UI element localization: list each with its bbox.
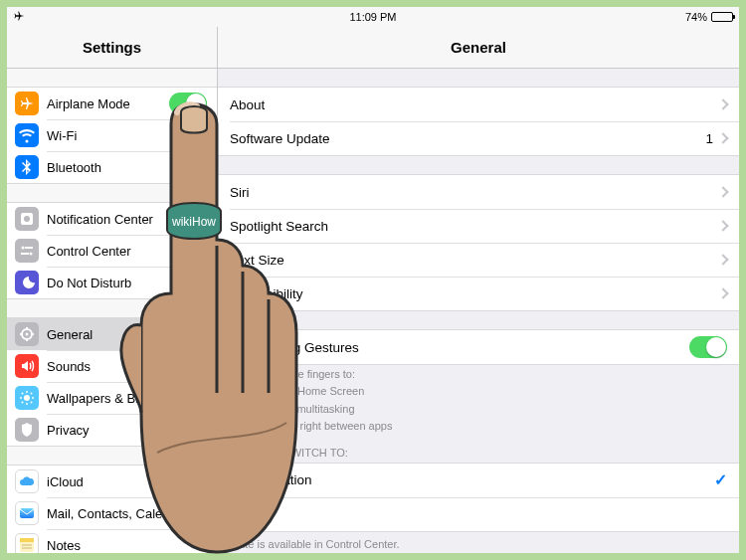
airplane-icon	[15, 92, 39, 115]
detail-row-text-size[interactable]: Text Size	[218, 243, 739, 277]
section-desc: • Swipe up to multitasking	[218, 400, 739, 417]
svg-point-7	[26, 333, 29, 336]
detail-row-label: Spotlight Search	[230, 219, 713, 234]
svg-point-16	[32, 397, 34, 399]
svg-point-17	[22, 393, 24, 395]
detail-row-label: Multitasking Gestures	[230, 340, 689, 355]
settings-sidebar: Settings Airplane ModeWi-FiBluetoothNoti…	[7, 27, 218, 553]
sidebar-item-icloud[interactable]: iCloud	[7, 466, 217, 497]
mail-icon	[15, 501, 39, 525]
detail-row-label: Software Update	[230, 131, 705, 146]
svg-point-12	[24, 395, 30, 401]
detail-list[interactable]: AboutSoftware Update1SiriSpotlight Searc…	[218, 69, 739, 553]
section-footer: Mute is available in Control Center.	[218, 532, 739, 550]
svg-point-18	[31, 402, 33, 404]
toggle-multitasking-gestures[interactable]	[689, 336, 727, 358]
detail-pane: General AboutSoftware Update1SiriSpotlig…	[218, 27, 739, 553]
sidebar-item-bluetooth[interactable]: Bluetooth	[7, 151, 217, 183]
svg-rect-21	[20, 508, 34, 518]
sidebar-item-general[interactable]: General1	[7, 318, 217, 350]
sidebar-item-label: Wi-Fi	[47, 128, 207, 143]
svg-rect-3	[25, 247, 33, 249]
badge: 1	[705, 131, 713, 146]
section-desc: • Swipe left or right between apps	[218, 417, 739, 434]
sidebar-item-do-not-disturb[interactable]: Do Not Disturb	[7, 267, 217, 298]
chevron-right-icon	[717, 254, 728, 265]
sidebar-item-airplane-mode[interactable]: Airplane Mode	[7, 88, 217, 119]
sidebar-item-wi-fi[interactable]: Wi-Fi	[7, 119, 217, 151]
section-desc: Use four or five fingers to:	[218, 365, 739, 382]
detail-row-multitasking-gestures[interactable]: Multitasking Gestures	[218, 330, 739, 364]
svg-rect-23	[20, 538, 34, 542]
sidebar-item-label: Mail, Contacts, Calendars	[47, 506, 207, 521]
svg-point-15	[20, 397, 22, 399]
sidebar-item-label: General	[47, 327, 184, 342]
dnd-icon	[15, 271, 39, 294]
detail-row-label: About	[230, 97, 713, 112]
chevron-right-icon	[717, 287, 728, 298]
detail-row-mute[interactable]: Mute	[218, 497, 739, 531]
sidebar-item-label: Notes	[47, 538, 207, 553]
detail-row-accessibility[interactable]: Accessibility	[218, 277, 739, 310]
detail-row-label: Mute	[230, 506, 727, 521]
bluetooth-icon	[15, 155, 39, 179]
sidebar-title: Settings	[7, 27, 217, 69]
sidebar-item-control-center[interactable]: Control Center	[7, 235, 217, 267]
detail-row-label: Text Size	[230, 253, 713, 268]
chevron-right-icon	[717, 132, 728, 143]
wifi-icon	[15, 123, 39, 147]
sidebar-item-wallpapers-brightness[interactable]: Wallpapers & Brightness	[7, 382, 217, 414]
control-icon	[15, 239, 39, 263]
sidebar-item-notes[interactable]: Notes	[7, 529, 217, 553]
detail-row-label: Accessibility	[230, 286, 713, 301]
sounds-icon	[15, 354, 39, 378]
wallpaper-icon	[15, 386, 39, 410]
section-desc: • Pinch to the Home Screen	[218, 382, 739, 399]
detail-row-siri[interactable]: Siri	[218, 175, 739, 209]
battery-icon	[711, 12, 733, 22]
privacy-icon	[15, 418, 39, 442]
svg-point-1	[24, 216, 30, 222]
toggle-airplane-mode[interactable]	[169, 93, 207, 114]
detail-row-spotlight-search[interactable]: Spotlight Search	[218, 209, 739, 243]
sidebar-item-label: Privacy	[47, 423, 207, 438]
sidebar-item-label: Airplane Mode	[47, 96, 169, 111]
sidebar-item-privacy[interactable]: Privacy	[7, 414, 217, 446]
detail-title: General	[218, 27, 739, 69]
sidebar-item-label: Wallpapers & Brightness	[47, 391, 207, 406]
sidebar-item-label: Control Center	[47, 244, 207, 259]
svg-point-20	[31, 393, 33, 395]
sidebar-item-mail-contacts-calendars[interactable]: Mail, Contacts, Calendars	[7, 497, 217, 529]
icloud-icon	[15, 469, 39, 493]
sidebar-item-label: Sounds	[47, 359, 207, 374]
svg-point-13	[26, 391, 28, 393]
chevron-right-icon	[717, 98, 728, 109]
detail-row-label: Siri	[230, 185, 713, 200]
device-frame: 11:09 PM 74% Settings Airplane ModeWi-Fi…	[7, 7, 739, 553]
svg-point-19	[22, 402, 24, 404]
chevron-right-icon	[717, 186, 728, 197]
svg-rect-5	[21, 253, 29, 255]
section-header: USE SIDE SWITCH TO:	[218, 435, 739, 463]
detail-row-about[interactable]: About	[218, 88, 739, 121]
sidebar-item-sounds[interactable]: Sounds	[7, 350, 217, 382]
sidebar-item-label: iCloud	[47, 474, 207, 489]
sidebar-item-label: Do Not Disturb	[47, 276, 207, 290]
check-icon: ✓	[714, 470, 727, 489]
notification-icon	[15, 207, 39, 231]
detail-row-software-update[interactable]: Software Update1	[218, 121, 739, 155]
svg-point-14	[26, 403, 28, 405]
chevron-right-icon	[717, 220, 728, 231]
sidebar-item-label: Notification Center	[47, 212, 207, 227]
sidebar-list[interactable]: Airplane ModeWi-FiBluetoothNotification …	[7, 69, 217, 553]
status-bar: 11:09 PM 74%	[7, 7, 739, 27]
svg-point-2	[22, 247, 25, 250]
general-icon	[15, 322, 39, 346]
detail-row-label: Lock Rotation	[230, 472, 714, 487]
sidebar-item-label: Bluetooth	[47, 160, 207, 175]
status-time: 11:09 PM	[7, 11, 739, 23]
notes-icon	[15, 533, 39, 553]
svg-point-4	[30, 253, 33, 256]
detail-row-lock-rotation[interactable]: Lock Rotation✓	[218, 464, 739, 497]
sidebar-item-notification-center[interactable]: Notification Center	[7, 203, 217, 235]
